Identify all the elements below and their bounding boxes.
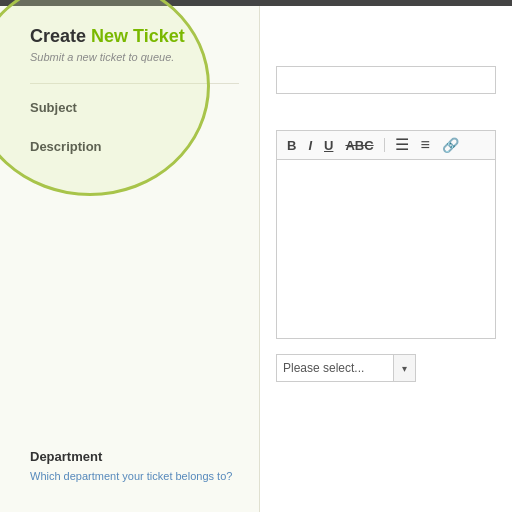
bold-button[interactable]: B	[283, 137, 300, 154]
department-select-wrap[interactable]: Please select... Support Billing Technic…	[276, 354, 416, 382]
department-select[interactable]: Please select... Support Billing Technic…	[277, 355, 393, 381]
description-toolbar: B I U ABC ☰ ≡ 🔗	[276, 130, 496, 159]
department-label: Department	[30, 449, 232, 464]
page-title: Create New Ticket	[30, 26, 239, 47]
toolbar-separator	[384, 138, 385, 152]
description-label: Description	[30, 139, 239, 154]
page-subtitle: Submit a new ticket to queue.	[30, 51, 239, 63]
subject-label: Subject	[30, 100, 239, 115]
department-sublabel: Which department your ticket belongs to?	[30, 470, 232, 482]
subject-input[interactable]	[276, 66, 496, 94]
left-panel: Create New Ticket Submit a new ticket to…	[0, 6, 260, 512]
department-right-section: Please select... Support Billing Technic…	[276, 354, 496, 382]
italic-button[interactable]: I	[304, 137, 316, 154]
description-area-wrap: B I U ABC ☰ ≡ 🔗	[276, 130, 496, 342]
header-divider	[30, 83, 239, 84]
right-panel: B I U ABC ☰ ≡ 🔗 Please select... Support…	[260, 6, 512, 512]
page-container: Create New Ticket Submit a new ticket to…	[0, 6, 512, 512]
link-button[interactable]: 🔗	[438, 136, 463, 154]
ordered-list-button[interactable]: ≡	[417, 135, 434, 155]
description-textarea[interactable]	[276, 159, 496, 339]
header-section: Create New Ticket Submit a new ticket to…	[30, 26, 239, 63]
strikethrough-button[interactable]: ABC	[341, 137, 377, 154]
underline-button[interactable]: U	[320, 137, 337, 154]
description-field-section: Description	[30, 139, 239, 154]
unordered-list-button[interactable]: ☰	[391, 135, 413, 155]
dept-select-arrow-icon: ▾	[393, 355, 415, 381]
title-part1: Create	[30, 26, 91, 46]
title-part2: New Ticket	[91, 26, 185, 46]
subject-input-wrap	[276, 66, 496, 94]
department-left-section: Department Which department your ticket …	[30, 449, 232, 482]
subject-field-section: Subject	[30, 100, 239, 115]
